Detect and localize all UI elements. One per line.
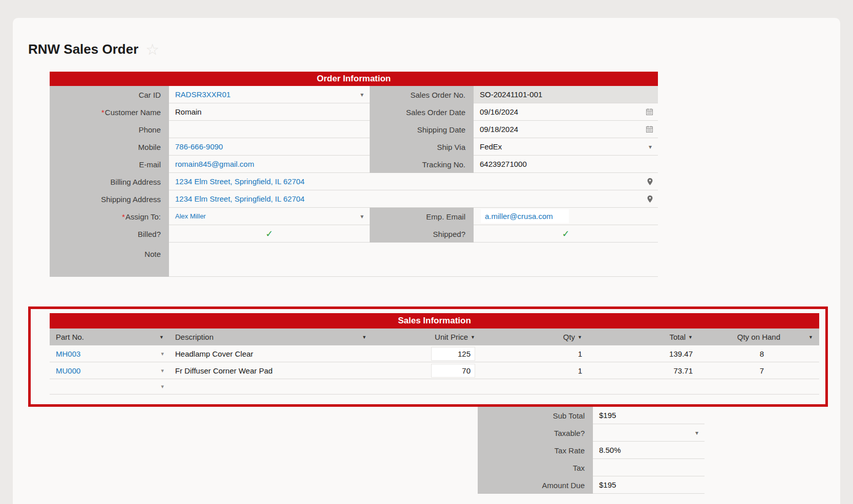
qty-cell[interactable]: 1 xyxy=(478,362,588,379)
mobile-value[interactable]: 786-666-9090 xyxy=(175,142,223,151)
assign-to-value[interactable]: Alex Miller xyxy=(175,212,206,220)
sort-caret-icon[interactable]: ▼ xyxy=(688,335,693,340)
unit-price-input[interactable]: 70 xyxy=(431,364,475,378)
order-row: E-mail romain845@gmail.com Tracking No. … xyxy=(50,156,658,173)
sort-caret-icon[interactable]: ▼ xyxy=(159,335,169,340)
qty-header-label: Qty xyxy=(563,333,575,341)
chevron-down-icon[interactable]: ▾ xyxy=(161,350,169,357)
part-no-cell-empty[interactable]: ▾ xyxy=(50,379,169,394)
sales-order-no-field: SO-20241101-001 xyxy=(474,86,658,103)
shipping-date-field[interactable]: 09/18/2024 xyxy=(474,121,658,138)
unit-price-value[interactable]: 70 xyxy=(462,366,471,375)
table-row: MU000 ▾ Fr Diffuser Corner Wear Pad 70 1 xyxy=(50,362,819,379)
sub-total-value: $195 xyxy=(599,411,616,420)
shipping-address-field[interactable]: 1234 Elm Street, Springfield, IL 62704 xyxy=(169,190,658,208)
sales-order-no-value: SO-20241101-001 xyxy=(480,90,542,99)
totals-row: Tax xyxy=(478,459,705,476)
phone-field[interactable] xyxy=(169,121,370,138)
customer-name-value[interactable]: Romain xyxy=(175,107,202,116)
emp-email-label: Emp. Email xyxy=(370,208,474,225)
chevron-down-icon[interactable]: ▾ xyxy=(161,367,169,374)
totals-section: Sub Total $195 Taxable? ▾ Tax Rate 8.50% xyxy=(478,407,705,494)
calendar-icon[interactable] xyxy=(646,108,653,115)
table-row-new: ▾ xyxy=(50,379,819,395)
description-cell: Fr Diffuser Corner Wear Pad xyxy=(169,362,396,379)
part-no-cell[interactable]: MH003 ▾ xyxy=(50,345,169,362)
totals-row: Tax Rate 8.50% xyxy=(478,442,705,459)
billed-checkbox[interactable]: ✓ xyxy=(169,225,370,243)
part-no-cell[interactable]: MU000 ▾ xyxy=(50,362,169,379)
sales-order-date-field[interactable]: 09/16/2024 xyxy=(474,103,658,121)
form-card: RNW Sales Order ☆ Order Information Car … xyxy=(13,18,840,504)
assign-to-select[interactable]: Alex Miller ▾ xyxy=(169,208,370,225)
sub-total-field: $195 xyxy=(593,407,705,424)
sort-caret-icon[interactable]: ▼ xyxy=(808,335,813,340)
unit-price-input[interactable]: 125 xyxy=(431,347,475,361)
part-no-value[interactable]: MH003 xyxy=(56,349,80,358)
qty-value[interactable]: 1 xyxy=(578,366,582,375)
billing-address-value[interactable]: 1234 Elm Street, Springfield, IL 62704 xyxy=(175,177,305,186)
tax-rate-value[interactable]: 8.50% xyxy=(599,446,621,454)
tax-label: Tax xyxy=(478,459,593,476)
assign-to-label: *Assign To: xyxy=(50,208,169,225)
shipping-date-value[interactable]: 09/18/2024 xyxy=(480,125,518,134)
part-no-value[interactable]: MU000 xyxy=(56,366,80,375)
billing-address-field[interactable]: 1234 Elm Street, Springfield, IL 62704 xyxy=(169,173,658,190)
check-icon: ✓ xyxy=(562,228,569,239)
order-row: Note xyxy=(50,243,658,277)
description-value: Headlamp Cover Clear xyxy=(175,349,253,358)
location-pin-icon[interactable] xyxy=(647,178,653,185)
description-header-label: Description xyxy=(175,333,214,341)
shipping-address-value[interactable]: 1234 Elm Street, Springfield, IL 62704 xyxy=(175,194,305,203)
shipped-checkbox[interactable]: ✓ xyxy=(474,225,658,243)
chevron-down-icon[interactable]: ▾ xyxy=(161,383,169,390)
email-value[interactable]: romain845@gmail.com xyxy=(175,160,254,168)
mobile-field[interactable]: 786-666-9090 xyxy=(169,138,370,156)
description-value: Fr Diffuser Corner Wear Pad xyxy=(175,366,272,375)
tracking-no-value[interactable]: 64239271000 xyxy=(480,160,527,168)
calendar-icon[interactable] xyxy=(646,126,653,133)
sort-caret-icon[interactable]: ▼ xyxy=(578,335,582,340)
email-label: E-mail xyxy=(50,156,169,173)
unit-price-header-label: Unit Price xyxy=(435,333,468,341)
ship-via-value[interactable]: FedEx xyxy=(480,142,502,151)
order-information-header: Order Information xyxy=(50,72,658,86)
note-field[interactable] xyxy=(169,243,658,277)
emp-email-field[interactable]: a.miller@crusa.com xyxy=(474,208,658,225)
customer-name-label: *Customer Name xyxy=(50,103,169,121)
mobile-label: Mobile xyxy=(50,138,169,156)
column-header-end: ▼ xyxy=(783,328,819,345)
taxable-select[interactable]: ▾ xyxy=(593,424,705,442)
chevron-down-icon[interactable]: ▾ xyxy=(360,213,364,220)
unit-price-value[interactable]: 125 xyxy=(458,349,471,358)
sort-caret-icon[interactable]: ▼ xyxy=(362,335,396,340)
chevron-down-icon[interactable]: ▾ xyxy=(360,91,364,98)
qty-cell[interactable]: 1 xyxy=(478,345,588,362)
sort-caret-icon[interactable]: ▼ xyxy=(471,335,475,340)
car-id-select[interactable]: RADSR3XXR01 ▾ xyxy=(169,86,370,103)
shipping-date-label: Shipping Date xyxy=(370,121,474,138)
amount-due-value: $195 xyxy=(599,480,616,489)
sales-information-table: Sales Information Part No. ▼ Description… xyxy=(50,313,819,395)
chevron-down-icon[interactable]: ▾ xyxy=(695,429,698,436)
tax-rate-field[interactable]: 8.50% xyxy=(593,442,705,459)
page-header: RNW Sales Order ☆ xyxy=(28,41,159,57)
sales-order-date-value[interactable]: 09/16/2024 xyxy=(480,107,518,116)
email-field[interactable]: romain845@gmail.com xyxy=(169,156,370,173)
note-label: Note xyxy=(50,243,169,277)
car-id-value[interactable]: RADSR3XXR01 xyxy=(175,90,230,99)
emp-email-input[interactable]: a.miller@crusa.com xyxy=(481,209,569,223)
qty-value[interactable]: 1 xyxy=(578,349,582,358)
customer-name-field[interactable]: Romain xyxy=(169,103,370,121)
location-pin-icon[interactable] xyxy=(647,195,653,203)
billed-label: Billed? xyxy=(50,225,169,243)
tracking-no-field[interactable]: 64239271000 xyxy=(474,156,658,173)
table-row: MH003 ▾ Headlamp Cover Clear 125 1 xyxy=(50,345,819,362)
ship-via-select[interactable]: FedEx ▾ xyxy=(474,138,658,156)
order-row: *Customer Name Romain Sales Order Date 0… xyxy=(50,103,658,121)
chevron-down-icon[interactable]: ▾ xyxy=(649,143,652,150)
emp-email-value[interactable]: a.miller@crusa.com xyxy=(485,212,553,221)
favorite-star-icon[interactable]: ☆ xyxy=(145,42,159,57)
column-header-qty-on-hand: Qty on Hand xyxy=(699,328,783,345)
order-row: Billed? ✓ Shipped? ✓ xyxy=(50,225,658,243)
